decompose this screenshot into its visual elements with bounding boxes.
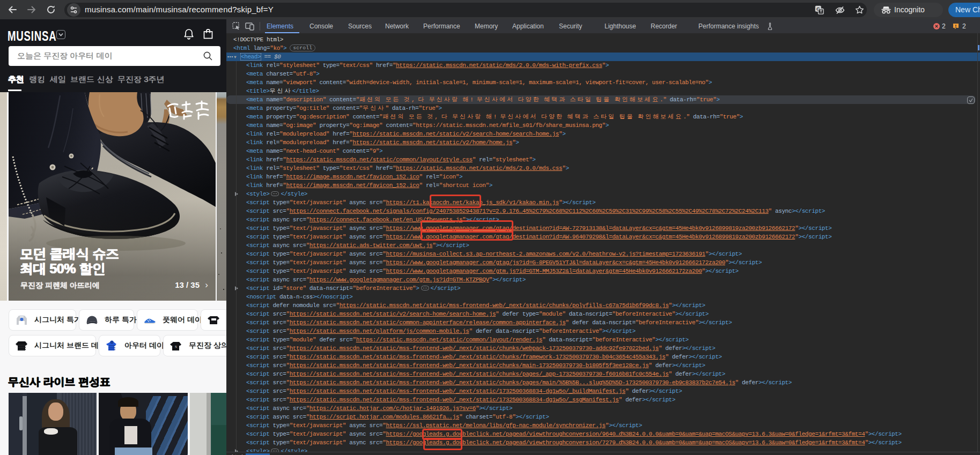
svg-text:S: S [175,345,177,349]
